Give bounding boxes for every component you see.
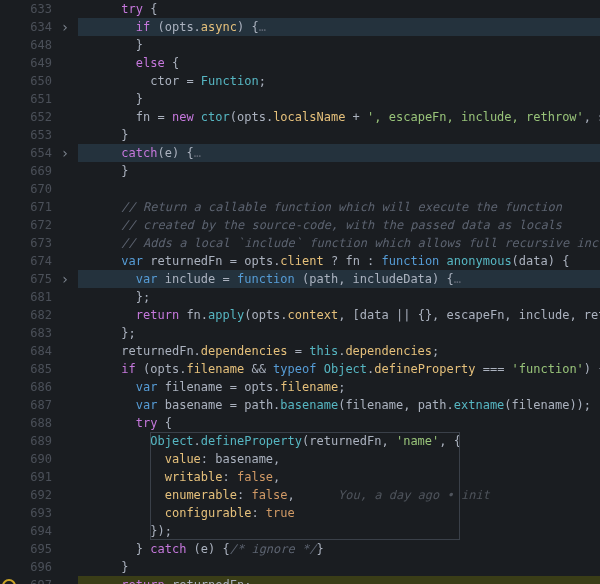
token-ws (78, 128, 121, 142)
code-line[interactable]: var include = function (path, includeDat… (78, 270, 600, 288)
code-line[interactable]: fn = new ctor(opts.localsName + ', escap… (78, 108, 600, 126)
token-kw2: typeof (273, 362, 316, 376)
code-line[interactable]: try { (78, 0, 600, 18)
code-line[interactable]: returnedFn.dependencies = this.dependenc… (78, 342, 600, 360)
code-line[interactable] (78, 180, 600, 198)
token-kw2: var (136, 398, 158, 412)
fold-toggle-icon[interactable] (56, 270, 74, 288)
token-bool: false (251, 488, 287, 502)
code-line[interactable]: // Adds a local `include` function which… (78, 234, 600, 252)
code-line[interactable]: } (78, 36, 600, 54)
line-number[interactable]: 671 (0, 198, 56, 216)
line-number[interactable]: 682 (0, 306, 56, 324)
token-ws (78, 344, 121, 358)
code-line[interactable]: } (78, 90, 600, 108)
token-var: ctor (150, 74, 179, 88)
token-ws (78, 380, 136, 394)
code-line[interactable]: Object.defineProperty(returnedFn, 'name'… (78, 432, 600, 450)
line-number[interactable]: 693 (0, 504, 56, 522)
token-this: this (309, 344, 338, 358)
code-line[interactable]: if (opts.async) {… (78, 18, 600, 36)
line-number[interactable]: 688 (0, 414, 56, 432)
line-number[interactable]: 669 (0, 162, 56, 180)
token-var: filename (512, 398, 570, 412)
token-op (439, 254, 446, 268)
token-ctrl: try (121, 2, 143, 16)
line-number[interactable]: 697 (0, 576, 56, 584)
code-line[interactable]: }; (78, 324, 600, 342)
code-area[interactable]: try { if (opts.async) {… } else { ctor =… (74, 0, 600, 584)
code-line[interactable]: value: basename, (78, 450, 600, 468)
code-line[interactable]: var filename = opts.filename; (78, 378, 600, 396)
code-line[interactable]: } (78, 558, 600, 576)
token-kw2: function (382, 254, 440, 268)
token-var: e (201, 542, 208, 556)
line-number[interactable]: 634 (0, 18, 56, 36)
line-number[interactable]: 651 (0, 90, 56, 108)
line-number[interactable]: 685 (0, 360, 56, 378)
fold-column[interactable] (56, 0, 74, 584)
line-number[interactable]: 654 (0, 144, 56, 162)
line-number[interactable]: 653 (0, 126, 56, 144)
token-ws (78, 110, 136, 124)
line-number[interactable]: 633 (0, 0, 56, 18)
line-number-gutter[interactable]: 6336346486496506516526536546696706716726… (0, 0, 56, 584)
code-line[interactable]: return returnedFn; (78, 576, 600, 584)
token-new: new (172, 110, 194, 124)
code-line[interactable]: try { (78, 414, 600, 432)
code-line[interactable]: var basename = path.basename(filename, p… (78, 396, 600, 414)
code-line[interactable]: } (78, 162, 600, 180)
code-line[interactable]: if (opts.filename && typeof Object.defin… (78, 360, 600, 378)
line-number[interactable]: 696 (0, 558, 56, 576)
line-number[interactable]: 648 (0, 36, 56, 54)
line-number[interactable]: 684 (0, 342, 56, 360)
code-line[interactable]: }); (78, 522, 600, 540)
line-number[interactable]: 675 (0, 270, 56, 288)
code-line[interactable]: configurable: true (78, 504, 600, 522)
line-number[interactable]: 652 (0, 108, 56, 126)
line-number[interactable]: 687 (0, 396, 56, 414)
code-line[interactable]: // created by the source-code, with the … (78, 216, 600, 234)
line-number[interactable]: 672 (0, 216, 56, 234)
code-line[interactable]: var returnedFn = opts.client ? fn : func… (78, 252, 600, 270)
code-line[interactable]: }; (78, 288, 600, 306)
fold-spacer (56, 72, 74, 90)
line-number[interactable]: 683 (0, 324, 56, 342)
line-number[interactable]: 695 (0, 540, 56, 558)
line-number[interactable]: 691 (0, 468, 56, 486)
token-op (157, 380, 164, 394)
token-var: filename (165, 380, 223, 394)
fold-spacer (56, 360, 74, 378)
line-number[interactable]: 650 (0, 72, 56, 90)
line-number[interactable]: 681 (0, 288, 56, 306)
code-line[interactable]: return fn.apply(opts.context, [data || {… (78, 306, 600, 324)
code-editor[interactable]: 6336346486496506516526536546696706716726… (0, 0, 600, 584)
line-number[interactable]: 649 (0, 54, 56, 72)
fold-toggle-icon[interactable] (56, 144, 74, 162)
line-number[interactable]: 694 (0, 522, 56, 540)
line-number[interactable]: 686 (0, 378, 56, 396)
token-var: returnedFn (150, 254, 222, 268)
line-number[interactable]: 689 (0, 432, 56, 450)
line-number[interactable]: 670 (0, 180, 56, 198)
token-pn: ) (237, 20, 251, 34)
token-collapsed-dots: … (259, 20, 266, 34)
line-number[interactable]: 692 (0, 486, 56, 504)
token-prop: filename (280, 380, 338, 394)
code-line[interactable]: enumerable: false, You, a day ago • init (78, 486, 600, 504)
line-number[interactable]: 690 (0, 450, 56, 468)
token-pn: { (165, 56, 179, 70)
line-number[interactable]: 673 (0, 234, 56, 252)
code-line[interactable]: else { (78, 54, 600, 72)
code-line[interactable]: writable: false, (78, 468, 600, 486)
token-kw2: var (136, 272, 158, 286)
fold-toggle-icon[interactable] (56, 18, 74, 36)
code-line[interactable]: catch(e) {… (78, 144, 600, 162)
code-line[interactable]: } (78, 126, 600, 144)
code-line[interactable]: // Return a callable function which will… (78, 198, 600, 216)
code-line[interactable]: ctor = Function; (78, 72, 600, 90)
code-line[interactable]: } catch (e) {/* ignore */} (78, 540, 600, 558)
token-ws (78, 236, 121, 250)
token-collapsed-dots: … (454, 272, 461, 286)
line-number[interactable]: 674 (0, 252, 56, 270)
